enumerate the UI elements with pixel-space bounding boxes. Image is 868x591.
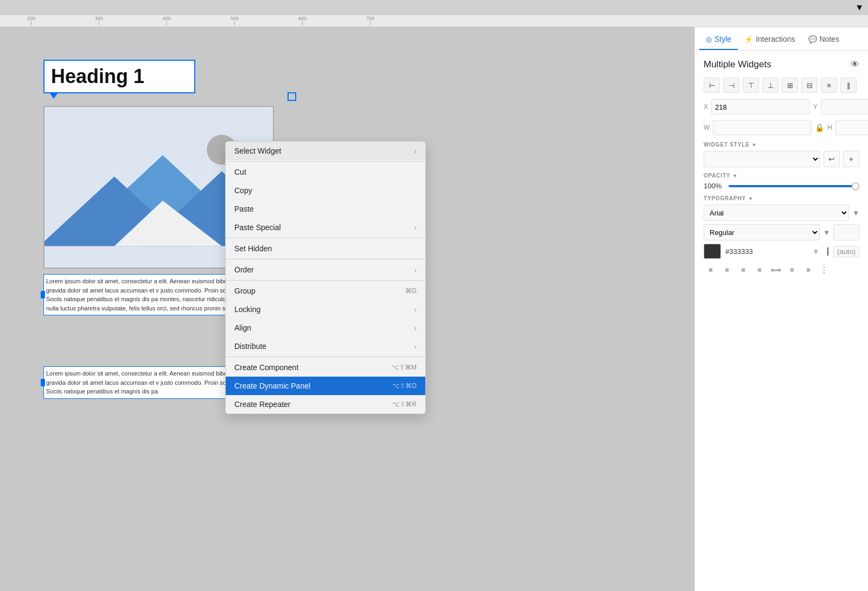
w-input[interactable] xyxy=(713,120,812,135)
wh-row: W 🔒 H ⌐ ⤢ xyxy=(704,119,859,136)
font-style-select[interactable]: Regular xyxy=(704,224,820,240)
tab-notes[interactable]: 💬 Notes xyxy=(802,27,846,50)
menu-item-paste-special[interactable]: Paste Special › xyxy=(226,218,425,237)
text-align-justify-button[interactable]: ≡ xyxy=(752,263,767,276)
text-align-row: ≡ ≡ ≡ ≡ ⟺ ≡ ≡ ⋮ xyxy=(704,263,859,276)
menu-separator-1 xyxy=(226,161,425,162)
menu-item-order-label: Order xyxy=(234,265,414,274)
color-swatch[interactable] xyxy=(704,244,721,259)
notes-tab-icon: 💬 xyxy=(808,35,817,43)
text-valign-bottom-button[interactable]: ≡ xyxy=(801,263,815,276)
text-valign-top-button[interactable]: ⟺ xyxy=(769,263,783,276)
y-input[interactable] xyxy=(821,99,868,115)
tab-style-label: Style xyxy=(714,35,731,43)
opacity-value: 100% xyxy=(704,182,723,190)
menu-item-paste[interactable]: Paste xyxy=(226,200,425,218)
heading-text: Heading 1 xyxy=(51,65,188,88)
text-align-left-button[interactable]: ≡ xyxy=(704,263,718,276)
align-top-button[interactable]: ⊥ xyxy=(762,78,778,93)
y-label: Y xyxy=(813,103,818,111)
align-buttons-row: ⊢ ⊣ ⊤ ⊥ ⊞ ⊟ ≡ ‖ xyxy=(704,78,859,93)
menu-item-create-repeater[interactable]: Create Repeater ⌥⇧⌘R xyxy=(226,395,425,414)
menu-item-select-widget[interactable]: Select Widget › xyxy=(226,142,425,160)
style-size-row: Regular ▼ xyxy=(704,224,859,240)
text-align-right-button[interactable]: ≡ xyxy=(736,263,750,276)
h-input[interactable] xyxy=(835,120,868,135)
widget-style-label: WIDGET STYLE ▼ xyxy=(704,142,859,148)
menu-item-paste-label: Paste xyxy=(234,205,417,213)
order-arrow-icon: › xyxy=(414,266,417,274)
panel-title: Multiple Widgets xyxy=(704,59,771,70)
heading-triangle-handle xyxy=(50,93,58,99)
create-dynamic-panel-shortcut: ⌥⇧⌘D xyxy=(392,382,417,390)
w-label: W xyxy=(704,124,710,131)
top-bar: ▼ xyxy=(0,0,868,15)
tab-interactions-label: Interactions xyxy=(756,35,795,43)
menu-item-distribute[interactable]: Distribute › xyxy=(226,337,425,355)
menu-item-cut[interactable]: Cut xyxy=(226,163,425,181)
opacity-label: OPACITY ▼ xyxy=(704,173,859,179)
ruler-mark-700: 700 xyxy=(366,15,374,26)
create-component-shortcut: ⌥⇧⌘M xyxy=(392,364,417,371)
auto-label: (auto) xyxy=(833,246,859,257)
menu-item-set-hidden-label: Set Hidden xyxy=(234,244,417,253)
canvas[interactable]: Heading 1 xyxy=(0,27,694,591)
text-block-handle xyxy=(41,291,45,298)
menu-item-create-repeater-label: Create Repeater xyxy=(234,400,392,409)
font-select[interactable]: Arial xyxy=(704,205,849,221)
opacity-slider[interactable] xyxy=(729,185,859,187)
x-input[interactable] xyxy=(711,99,810,115)
align-center-h-button[interactable]: ⊞ xyxy=(782,78,798,93)
menu-item-align[interactable]: Align › xyxy=(226,319,425,337)
widget-style-select[interactable] xyxy=(704,151,820,167)
menu-item-copy[interactable]: Copy xyxy=(226,181,425,200)
font-size-input[interactable] xyxy=(833,224,859,240)
typography-label: TYPOGRAPHY ▼ xyxy=(704,195,859,201)
tab-interactions[interactable]: ⚡ Interactions xyxy=(738,27,801,50)
create-repeater-shortcut: ⌥⇧⌘R xyxy=(392,401,417,408)
menu-item-group-shortcut: ⌘G xyxy=(405,287,417,295)
ruler-mark-300: 300 xyxy=(95,15,103,26)
menu-item-group[interactable]: Group ⌘G xyxy=(226,282,425,300)
menu-separator-5 xyxy=(226,357,425,357)
align-distribute-v-button[interactable]: ‖ xyxy=(840,78,857,93)
panel-content: Multiple Widgets 👁 ⊢ ⊣ ⊤ ⊥ ⊞ ⊟ ≡ ‖ X Y ↺ xyxy=(695,50,868,289)
visibility-eye-icon[interactable]: 👁 xyxy=(851,60,859,69)
ruler-mark-200: 200 xyxy=(27,15,35,26)
align-right-button[interactable]: ⊤ xyxy=(743,78,759,93)
align-left-button[interactable]: ⊢ xyxy=(704,78,720,93)
align-center-v-button[interactable]: ⊣ xyxy=(723,78,739,93)
widget-style-row: ↩ ⌖ xyxy=(704,151,859,167)
style-tab-icon: ◎ xyxy=(706,35,712,43)
more-options-button[interactable]: ⋮ xyxy=(818,263,831,276)
text-align-center-button[interactable]: ≡ xyxy=(720,263,734,276)
color-row: #333333 ≡ | (auto) xyxy=(704,244,859,259)
x-label: X xyxy=(704,103,708,111)
menu-item-create-component-label: Create Component xyxy=(234,363,392,372)
dropdown-arrow-icon[interactable]: ▼ xyxy=(855,3,864,12)
lock-icon[interactable]: 🔒 xyxy=(815,123,824,132)
context-menu: Select Widget › Cut Copy Paste Paste Spe… xyxy=(225,141,426,414)
widget-style-chevron-icon: ▼ xyxy=(752,142,757,148)
menu-item-order[interactable]: Order › xyxy=(226,260,425,279)
text-valign-middle-button[interactable]: ≡ xyxy=(785,263,799,276)
menu-item-distribute-label: Distribute xyxy=(234,342,414,351)
align-arrow-icon: › xyxy=(414,324,417,332)
menu-item-set-hidden[interactable]: Set Hidden xyxy=(226,239,425,258)
align-distribute-h-button[interactable]: ≡ xyxy=(821,78,837,93)
heading-widget[interactable]: Heading 1 xyxy=(43,60,195,93)
menu-item-create-dynamic-panel[interactable]: Create Dynamic Panel ⌥⇧⌘D xyxy=(226,377,425,395)
menu-item-locking[interactable]: Locking › xyxy=(226,300,425,319)
style-reset-button[interactable]: ↩ xyxy=(824,151,840,167)
style-target-button[interactable]: ⌖ xyxy=(843,151,859,167)
ruler-mark-600: 600 xyxy=(298,15,307,26)
panel-title-row: Multiple Widgets 👁 xyxy=(704,59,859,70)
menu-item-group-label: Group xyxy=(234,287,405,295)
menu-item-create-component[interactable]: Create Component ⌥⇧⌘M xyxy=(226,358,425,377)
line-height-icon[interactable]: ≡ xyxy=(809,245,822,258)
align-bottom-button[interactable]: ⊟ xyxy=(801,78,818,93)
style-chevron-down-icon: ▼ xyxy=(823,228,830,237)
tab-style[interactable]: ◎ Style xyxy=(699,27,738,50)
interactions-tab-icon: ⚡ xyxy=(744,35,753,43)
tab-notes-label: Notes xyxy=(820,35,840,43)
